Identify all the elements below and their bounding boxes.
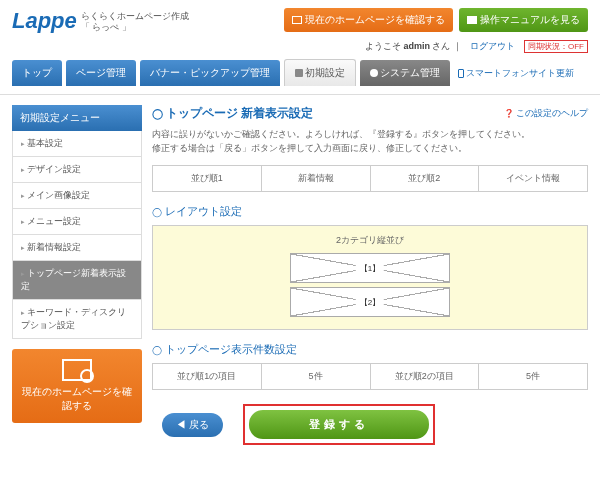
- sidebar-item-mainimg[interactable]: メイン画像設定: [12, 183, 142, 209]
- monitor-search-icon: [62, 359, 92, 381]
- submit-button[interactable]: 登録する: [249, 410, 429, 439]
- user-bar: ようこそ admin さん ｜ ログアウト 同期状況：OFF: [0, 38, 600, 59]
- tab-page[interactable]: ページ管理: [66, 60, 136, 86]
- count-title: トップページ表示件数設定: [152, 342, 588, 357]
- sidebar-item-topnews[interactable]: トップページ新着表示設定: [12, 261, 142, 300]
- submit-highlight: 登録する: [243, 404, 435, 445]
- tab-system[interactable]: システム管理: [360, 60, 450, 86]
- tab-banner[interactable]: バナー・ピックアップ管理: [140, 60, 280, 86]
- layout-slot-1: 【1】: [290, 253, 450, 283]
- layout-title: レイアウト設定: [152, 204, 588, 219]
- count-table: 並び順1の項目 5件 並び順2の項目 5件: [152, 363, 588, 390]
- page-title: トップページ 新着表示設定 この設定のヘルプ: [152, 105, 588, 122]
- sidebar-cta[interactable]: 現在のホームページを確認する: [12, 349, 142, 423]
- lock-icon: [295, 69, 303, 77]
- tab-smartphone[interactable]: スマートフォンサイト更新: [454, 61, 578, 86]
- check-homepage-button[interactable]: 現在のホームページを確認する: [284, 8, 453, 32]
- order-tab-2[interactable]: 新着情報: [262, 166, 371, 191]
- sidebar-item-basic[interactable]: 基本設定: [12, 131, 142, 157]
- order-tab-1[interactable]: 並び順1: [153, 166, 262, 191]
- tab-top[interactable]: トップ: [12, 60, 62, 86]
- tab-initial[interactable]: 初期設定: [284, 59, 356, 86]
- layout-slot-2: 【2】: [290, 287, 450, 317]
- layout-preview: 2カテゴリ縦並び 【1】 【2】: [152, 225, 588, 330]
- order-tab-4[interactable]: イベント情報: [479, 166, 587, 191]
- sidebar-item-news[interactable]: 新着情報設定: [12, 235, 142, 261]
- gear-icon: [370, 69, 378, 77]
- order-tabs: 並び順1 新着情報 並び順2 イベント情報: [152, 165, 588, 192]
- window-icon: [292, 16, 302, 24]
- sidebar-item-menu[interactable]: メニュー設定: [12, 209, 142, 235]
- logo: Lappe: [12, 8, 77, 34]
- description: 内容に誤りがないかご確認ください。よろしければ、『登録する』ボタンを押してくださ…: [152, 128, 588, 155]
- manual-button[interactable]: 操作マニュアルを見る: [459, 8, 588, 32]
- help-link[interactable]: この設定のヘルプ: [504, 107, 588, 120]
- sidebar-header: 初期設定メニュー: [12, 105, 142, 131]
- phone-icon: [458, 69, 464, 78]
- sync-status: 同期状況：OFF: [524, 40, 588, 53]
- book-icon: [467, 16, 477, 24]
- logout-link[interactable]: ログアウト: [470, 41, 515, 51]
- sidebar-item-design[interactable]: デザイン設定: [12, 157, 142, 183]
- tagline: らくらくホームページ作成「 らっぺ 」: [81, 8, 189, 33]
- sidebar-item-keyword[interactable]: キーワード・ディスクリプション設定: [12, 300, 142, 339]
- back-button[interactable]: ◀ 戻る: [162, 413, 223, 437]
- order-tab-3[interactable]: 並び順2: [371, 166, 480, 191]
